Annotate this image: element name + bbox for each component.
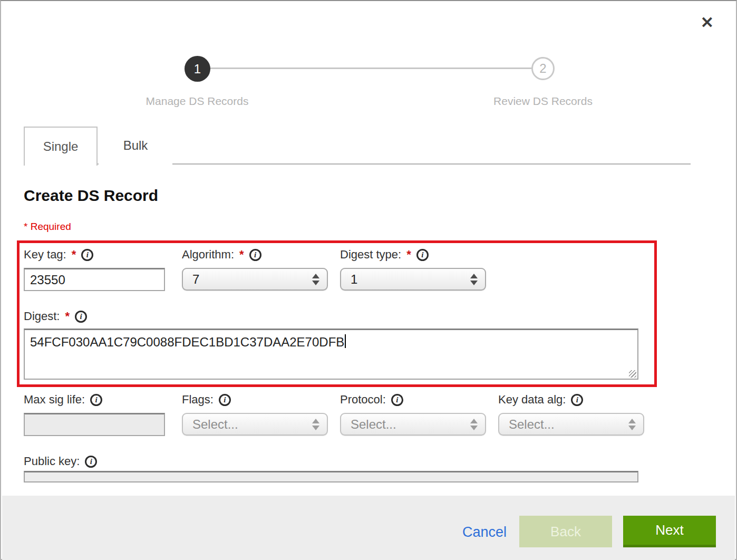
digest-required-star: *: [65, 310, 70, 323]
stepper-step-2-circle: 2: [531, 57, 555, 80]
max-sig-life-info-icon[interactable]: i: [90, 394, 102, 406]
flags-select[interactable]: Select...: [182, 413, 328, 436]
protocol-label: Protocol: i: [340, 393, 403, 407]
back-button[interactable]: Back: [519, 516, 612, 547]
protocol-select-value: Select...: [351, 417, 470, 432]
protocol-label-text: Protocol:: [340, 393, 386, 407]
digest-type-info-icon[interactable]: i: [416, 249, 429, 261]
flags-label-text: Flags:: [182, 393, 214, 407]
digest-type-required-star: *: [406, 248, 411, 262]
flags-label: Flags: i: [182, 393, 231, 407]
digest-textarea-value: 54FCF030AA1C79C0088FDEC1BD1C37DAA2E70DFB: [30, 335, 344, 349]
key-data-alg-select-value: Select...: [509, 417, 628, 432]
select-arrows-icon: [312, 274, 319, 285]
algorithm-label: Algorithm: * i: [182, 248, 261, 262]
flags-info-icon[interactable]: i: [219, 394, 231, 406]
protocol-select[interactable]: Select...: [340, 413, 486, 436]
select-arrows-icon: [470, 274, 478, 285]
public-key-label: Public key: i: [24, 455, 97, 468]
close-glyph: ✕: [701, 14, 714, 31]
digest-info-icon[interactable]: i: [75, 311, 87, 323]
algorithm-select-value: 7: [192, 272, 312, 287]
digest-textarea[interactable]: 54FCF030AA1C79C0088FDEC1BD1C37DAA2E70DFB: [24, 329, 638, 380]
digest-label-text: Digest:: [24, 310, 60, 323]
select-arrows-icon: [470, 419, 478, 430]
stepper-step-2-number: 2: [539, 61, 546, 76]
key-tag-input[interactable]: [24, 268, 165, 291]
digest-label: Digest: * i: [24, 310, 87, 323]
tab-single-label: Single: [43, 139, 79, 154]
public-key-info-icon[interactable]: i: [85, 456, 97, 468]
close-icon[interactable]: ✕: [701, 15, 714, 31]
digest-type-label: Digest type: * i: [340, 248, 429, 262]
stepper-step-1-number: 1: [194, 62, 201, 76]
text-caret: [345, 334, 346, 348]
select-arrows-icon: [312, 419, 319, 430]
algorithm-label-text: Algorithm:: [182, 248, 234, 262]
key-data-alg-info-icon[interactable]: i: [571, 394, 583, 406]
key-tag-info-icon[interactable]: i: [81, 249, 93, 261]
algorithm-required-star: *: [239, 248, 244, 262]
next-button[interactable]: Next: [623, 516, 716, 547]
digest-type-select-value: 1: [351, 272, 470, 287]
stepper-step-2-label: Review DS Records: [459, 95, 627, 108]
select-arrows-icon: [628, 419, 636, 430]
max-sig-life-label: Max sig life: i: [24, 393, 102, 407]
page-title: Create DS Record: [24, 187, 158, 205]
key-tag-label: Key tag: * i: [24, 248, 93, 262]
max-sig-life-input[interactable]: [24, 413, 165, 436]
resize-handle[interactable]: [629, 370, 636, 378]
stepper-step-1-label: Manage DS Records: [113, 95, 282, 108]
required-note: * Required: [24, 221, 71, 233]
stepper-step-1-circle: 1: [185, 56, 210, 82]
public-key-label-text: Public key:: [24, 455, 80, 468]
flags-select-value: Select...: [192, 417, 312, 432]
tab-single[interactable]: Single: [24, 127, 98, 166]
digest-type-select[interactable]: 1: [340, 268, 486, 291]
algorithm-select[interactable]: 7: [182, 268, 328, 291]
key-data-alg-label-text: Key data alg:: [498, 393, 566, 407]
key-tag-label-text: Key tag:: [24, 248, 66, 262]
tab-bulk[interactable]: Bulk: [99, 127, 172, 165]
key-data-alg-select[interactable]: Select...: [498, 413, 644, 436]
protocol-info-icon[interactable]: i: [391, 394, 403, 406]
stepper-connector-line: [197, 67, 543, 69]
cancel-link[interactable]: Cancel: [462, 524, 507, 540]
algorithm-info-icon[interactable]: i: [249, 249, 261, 261]
max-sig-life-label-text: Max sig life:: [24, 393, 85, 407]
tab-bulk-label: Bulk: [123, 138, 148, 153]
public-key-textarea[interactable]: [24, 471, 638, 482]
digest-type-label-text: Digest type:: [340, 248, 401, 262]
key-tag-required-star: *: [72, 248, 76, 262]
key-data-alg-label: Key data alg: i: [498, 393, 583, 407]
create-ds-record-modal: ✕ 1 2 Manage DS Records Review DS Record…: [0, 0, 737, 560]
